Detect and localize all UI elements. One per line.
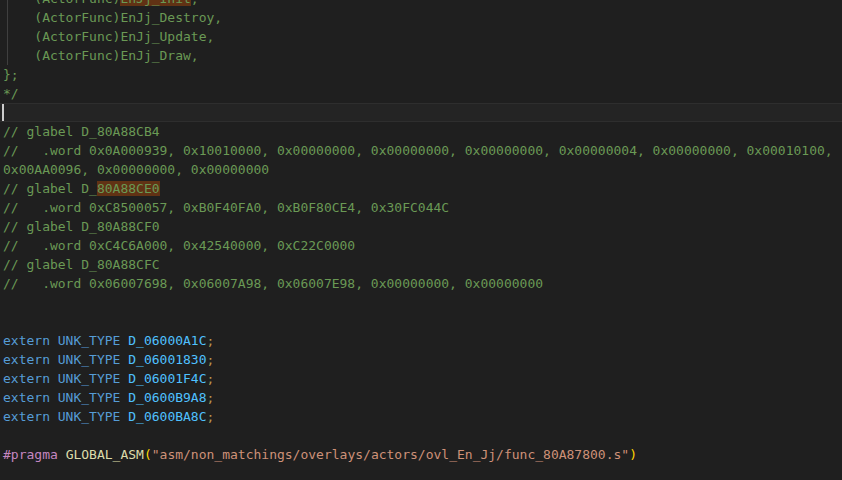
code-line[interactable]: (ActorFunc)EnJj_Update, <box>0 27 842 46</box>
code-line[interactable]: (ActorFunc)EnJj_Destroy, <box>0 8 842 27</box>
code-token: D_06001F4C <box>128 371 206 386</box>
code-token: D_0600BA8C <box>128 409 206 424</box>
code-editor: (ActorFunc)EnJj_Init, (ActorFunc)EnJj_De… <box>0 0 842 480</box>
code-token: D_06000A1C <box>128 333 206 348</box>
code-token: ; <box>207 390 215 405</box>
code-token: extern <box>3 352 58 367</box>
code-line[interactable]: 0x00AA0096, 0x00000000, 0x00000000 <box>0 160 842 179</box>
code-line[interactable]: // .word 0x0A000939, 0x10010000, 0x00000… <box>0 141 842 160</box>
code-token: extern <box>3 333 58 348</box>
code-token: // .word 0xC4C6A000, 0x42540000, 0xC22C0… <box>3 238 355 253</box>
text-cursor <box>2 104 4 121</box>
code-line[interactable]: #pragma GLOBAL_ASM("asm/non_matchings/ov… <box>0 445 842 464</box>
code-token: extern <box>3 371 58 386</box>
code-line[interactable]: // glabel D_80A88CE0 <box>0 179 842 198</box>
code-token: UNK_TYPE <box>58 352 128 367</box>
code-line[interactable] <box>0 103 842 122</box>
code-line[interactable]: // .word 0xC8500057, 0xB0F40FA0, 0xB0F80… <box>0 198 842 217</box>
code-token: UNK_TYPE <box>58 390 128 405</box>
code-line[interactable]: (ActorFunc)EnJj_Draw, <box>0 46 842 65</box>
code-token: #pragma <box>3 447 66 462</box>
search-match-highlight: EnJj_Init <box>120 0 190 6</box>
code-token: // glabel D_80A88CB4 <box>3 124 160 139</box>
code-token: GLOBAL_ASM <box>66 447 144 462</box>
code-token: */ <box>3 86 19 101</box>
code-line[interactable] <box>0 312 842 331</box>
code-token: ; <box>207 333 215 348</box>
code-token: // glabel D_80A88CFC <box>3 257 160 272</box>
code-token: UNK_TYPE <box>58 409 128 424</box>
code-area[interactable]: (ActorFunc)EnJj_Init, (ActorFunc)EnJj_De… <box>0 0 842 480</box>
code-token: UNK_TYPE <box>58 371 128 386</box>
code-line[interactable]: extern UNK_TYPE D_06000A1C; <box>0 331 842 350</box>
code-line[interactable] <box>0 426 842 445</box>
code-token: , <box>191 0 199 6</box>
code-token: extern <box>3 409 58 424</box>
code-token: (ActorFunc)EnJj_Update, <box>3 29 214 44</box>
indent-guide <box>7 0 8 65</box>
code-token: // .word 0xC8500057, 0xB0F40FA0, 0xB0F80… <box>3 200 449 215</box>
search-match-highlight: 80A88CE0 <box>97 181 160 196</box>
code-token: "asm/non_matchings/overlays/actors/ovl_E… <box>152 447 629 462</box>
code-token: ; <box>207 352 215 367</box>
code-token: (ActorFunc)EnJj_Destroy, <box>3 10 222 25</box>
code-token: ; <box>207 409 215 424</box>
code-token: // .word 0x06007698, 0x06007A98, 0x06007… <box>3 276 543 291</box>
code-line[interactable]: // glabel D_80A88CB4 <box>0 122 842 141</box>
code-line[interactable]: extern UNK_TYPE D_0600B9A8; <box>0 388 842 407</box>
code-token: // glabel D_80A88CF0 <box>3 219 160 234</box>
code-line[interactable]: // .word 0x06007698, 0x06007A98, 0x06007… <box>0 274 842 293</box>
code-line[interactable]: extern UNK_TYPE D_06001F4C; <box>0 369 842 388</box>
code-token: ) <box>629 447 637 462</box>
code-line[interactable]: (ActorFunc)EnJj_Init, <box>0 0 842 8</box>
code-token: // glabel D_ <box>3 181 97 196</box>
code-line[interactable] <box>0 293 842 312</box>
code-line[interactable]: // glabel D_80A88CFC <box>0 255 842 274</box>
code-token: 0x00AA0096, 0x00000000, 0x00000000 <box>3 162 269 177</box>
code-line[interactable]: // glabel D_80A88CF0 <box>0 217 842 236</box>
code-token: D_0600B9A8 <box>128 390 206 405</box>
code-token: ( <box>144 447 152 462</box>
code-token: ; <box>207 371 215 386</box>
code-line[interactable]: */ <box>0 84 842 103</box>
code-line[interactable]: }; <box>0 65 842 84</box>
code-token: UNK_TYPE <box>58 333 128 348</box>
code-token: (ActorFunc) <box>3 0 120 6</box>
code-token: (ActorFunc)EnJj_Draw, <box>3 48 199 63</box>
code-line[interactable]: extern UNK_TYPE D_06001830; <box>0 350 842 369</box>
code-token: // .word 0x0A000939, 0x10010000, 0x00000… <box>3 143 833 158</box>
code-token: D_06001830 <box>128 352 206 367</box>
code-token: extern <box>3 390 58 405</box>
code-line[interactable] <box>0 464 842 480</box>
code-line[interactable]: extern UNK_TYPE D_0600BA8C; <box>0 407 842 426</box>
code-line[interactable]: // .word 0xC4C6A000, 0x42540000, 0xC22C0… <box>0 236 842 255</box>
code-token: }; <box>3 67 19 82</box>
